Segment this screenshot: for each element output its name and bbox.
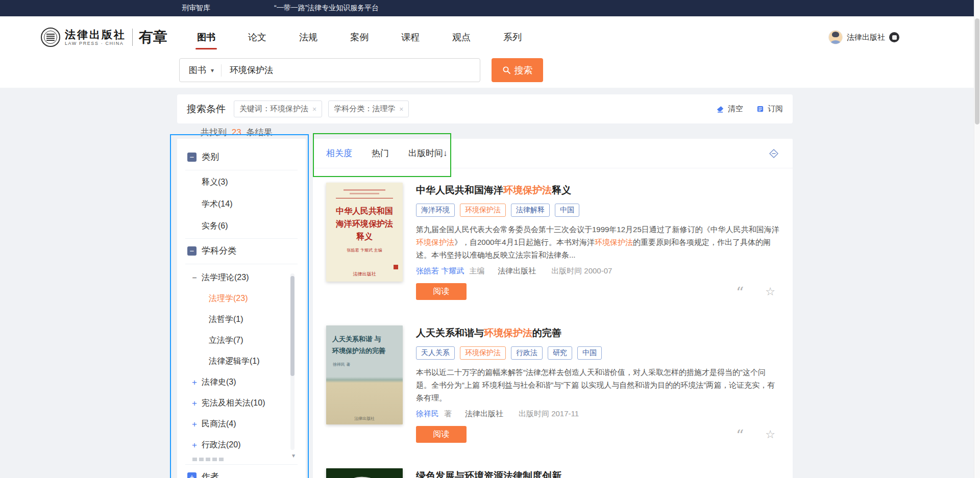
nav-tab-cases[interactable]: 案例 — [350, 31, 369, 43]
cover-stamp — [394, 265, 398, 269]
divider — [185, 238, 298, 239]
result-icons: “ ☆ — [736, 429, 775, 440]
book-tag[interactable]: 中国 — [555, 204, 579, 217]
topbar-brand[interactable]: 刑审智库 — [182, 4, 210, 13]
tag-filter-icon[interactable] — [768, 148, 779, 159]
sort-tab-relevance[interactable]: 相关度 — [326, 147, 352, 159]
tree-node-legal-philosophy[interactable]: 法哲学(1) — [183, 309, 300, 330]
search-input[interactable] — [222, 59, 480, 82]
nav-tab-series[interactable]: 系列 — [503, 31, 522, 43]
book-tag[interactable]: 研究 — [548, 346, 572, 360]
logo-divider — [132, 29, 133, 46]
search-category-dropdown[interactable]: 图书 ▾ — [180, 64, 221, 76]
collapse-icon[interactable]: − — [187, 153, 197, 162]
user-area[interactable]: 法律出版社 — [828, 30, 899, 44]
book-cover[interactable]: 人天关系和谐 与 环境保护法的完善 徐祥民 著 法律出版社 — [326, 325, 403, 424]
filter-section-category[interactable]: − 类别 — [183, 146, 300, 169]
book-tag[interactable]: 环境保护法 — [460, 346, 506, 360]
read-button[interactable]: 阅读 — [416, 283, 467, 300]
divider — [185, 264, 298, 264]
filter-option-shiyi[interactable]: 释义(3) — [183, 171, 300, 193]
tree-node-legal-logic[interactable]: 法律逻辑学(1) — [183, 351, 300, 372]
close-icon[interactable]: × — [312, 105, 316, 113]
nav-tab-laws[interactable]: 法规 — [299, 31, 317, 43]
book-publisher: 法律出版社 — [498, 266, 536, 276]
quote-icon[interactable]: “ — [736, 287, 744, 297]
book-tag[interactable]: 中国 — [577, 346, 602, 360]
filter-sidebar: − 类别 释义(3) 学术(14) 实务(6) − 学科分类 − 法学理论(23… — [177, 139, 306, 478]
condition-tag-keyword[interactable]: 关键词：环境保护法 × — [234, 100, 322, 117]
scroll-down-icon[interactable]: ▾ — [292, 452, 295, 459]
clear-button[interactable]: 清空 — [716, 104, 743, 114]
book-title[interactable]: 中华人民共和国海洋环境保护法释义 — [416, 184, 779, 197]
filter-section-subject[interactable]: − 学科分类 — [183, 240, 300, 263]
nav-tab-courses[interactable]: 课程 — [401, 31, 420, 43]
tree-node-legal-history[interactable]: + 法律史(3) — [183, 372, 300, 393]
logo[interactable]: 法律出版社 LAW PRESS · CHINA 有章 — [41, 28, 167, 47]
avatar[interactable] — [828, 30, 843, 44]
logo-text: 法律出版社 LAW PRESS · CHINA — [65, 29, 126, 46]
cover-byline: 张皓若 卞耀武 主编 — [347, 247, 382, 253]
quote-icon[interactable]: “ — [736, 430, 744, 440]
cover-decor-line — [344, 189, 385, 191]
expand-icon[interactable]: + — [190, 378, 199, 388]
tree-node-administrative[interactable]: + 行政法(20) — [183, 435, 300, 456]
tree-node-jurisprudence-selected[interactable]: 法理学(23) — [183, 288, 300, 309]
result-item: G 绿色发展与环境资源法律制度创新 环境保护法 自然资源保护法 研究 中国 — [313, 454, 793, 478]
book-title[interactable]: 绿色发展与环境资源法律制度创新 — [416, 469, 779, 478]
expand-icon[interactable]: + — [190, 398, 199, 409]
book-cover[interactable]: 中华人民共和国 海洋环境保护法 释义 张皓若 卞耀武 主编 法律出版社 — [326, 183, 403, 282]
book-cover[interactable]: G — [326, 468, 403, 478]
filter-option-shiwu[interactable]: 实务(6) — [183, 215, 300, 237]
book-tag[interactable]: 环境保护法 — [460, 204, 506, 217]
expand-icon[interactable]: + — [190, 419, 199, 430]
page-scrollbar[interactable] — [974, 0, 980, 478]
collapse-icon[interactable]: − — [187, 246, 197, 256]
tree-node-legislation-science[interactable]: 立法学(7) — [183, 330, 300, 351]
read-button[interactable]: 阅读 — [416, 426, 467, 443]
cover-press: 法律出版社 — [326, 416, 403, 421]
expand-icon[interactable]: + — [187, 472, 197, 478]
nav-tab-opinions[interactable]: 观点 — [452, 31, 471, 43]
book-tag[interactable]: 海洋环境 — [416, 204, 455, 217]
search-button[interactable]: 搜索 — [492, 58, 543, 82]
tree-node-civil-commercial[interactable]: + 民商法(4) — [183, 414, 300, 435]
filter-section-author[interactable]: + 作者 — [183, 466, 300, 478]
page-scrollbar-thumb[interactable] — [975, 18, 979, 124]
caret-down-icon: ▾ — [211, 67, 214, 74]
condition-tag-subject[interactable]: 学科分类：法理学 × — [328, 100, 409, 117]
summary-prefix: 共找到 — [201, 128, 227, 137]
main-nav: 图书 论文 法规 案例 课程 观点 系列 — [197, 31, 554, 43]
book-authors[interactable]: 徐祥民 — [416, 409, 439, 419]
cover-title: 人天关系和谐 与 环境保护法的完善 — [326, 325, 403, 357]
close-icon[interactable]: × — [399, 105, 403, 113]
subscribe-button[interactable]: 订阅 — [756, 104, 783, 114]
logo-seal-icon — [41, 28, 60, 47]
star-icon[interactable]: ☆ — [765, 286, 775, 297]
sidebar-scrollbar[interactable]: ▾ — [290, 273, 295, 450]
tree-node-label: 宪法及相关法(10) — [202, 398, 265, 409]
user-name: 法律出版社 — [847, 33, 885, 42]
expand-icon[interactable]: + — [190, 440, 199, 450]
user-badge-icon[interactable] — [889, 32, 899, 42]
book-tag[interactable]: 天人关系 — [416, 346, 455, 360]
book-title[interactable]: 人天关系和谐与环境保护法的完善 — [416, 326, 779, 340]
collapse-icon[interactable]: − — [190, 273, 199, 283]
results-panel: 相关度 热门 出版时间↓ 中华人民共和国 海洋环境保护法 释义 张皓若 卞耀武 … — [313, 139, 793, 478]
search-box: 图书 ▾ — [179, 58, 480, 82]
sort-tab-pubdate[interactable]: 出版时间↓ — [408, 147, 448, 159]
nav-tab-books[interactable]: 图书 — [197, 31, 215, 43]
book-tag[interactable]: 法律解释 — [511, 204, 550, 217]
result-actions-row: 阅读 “ ☆ — [416, 426, 779, 443]
book-tag[interactable]: 行政法 — [511, 346, 543, 360]
tree-node-legal-theory[interactable]: − 法学理论(23) — [183, 267, 300, 288]
filter-option-xueshu[interactable]: 学术(14) — [183, 193, 300, 215]
book-description: 第九届全国人民代表大会常务委员会第十三次会议于1999年12月25日通过了新修订… — [416, 223, 779, 261]
sort-tab-popular[interactable]: 热门 — [372, 147, 389, 159]
nav-tab-papers[interactable]: 论文 — [248, 31, 266, 43]
tree-node-constitution[interactable]: + 宪法及相关法(10) — [183, 393, 300, 414]
sidebar-scrollbar-thumb[interactable] — [290, 276, 295, 376]
book-authors[interactable]: 张皓若 卞耀武 — [416, 266, 464, 276]
star-icon[interactable]: ☆ — [765, 429, 775, 440]
topbar: 刑审智库 “一带一路”法律专业知识服务平台 — [0, 0, 980, 16]
